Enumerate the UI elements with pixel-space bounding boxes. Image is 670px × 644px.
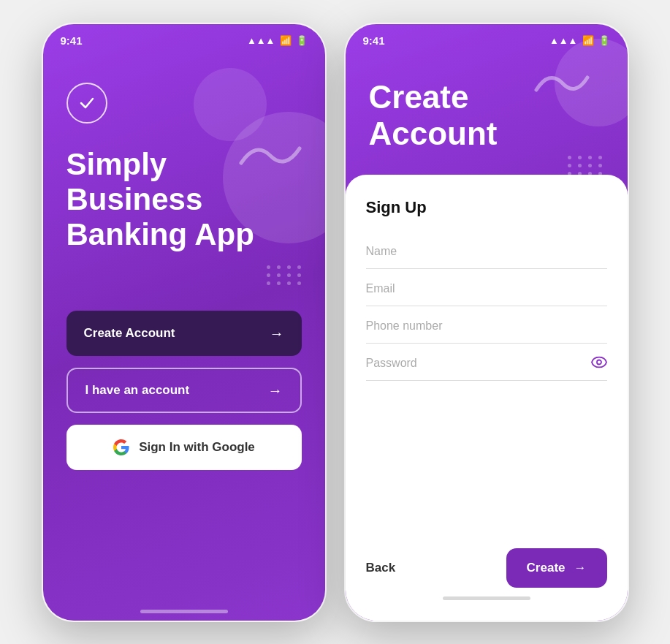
check-icon bbox=[77, 93, 97, 113]
deco-dots-header bbox=[568, 156, 604, 175]
google-signin-label: Sign In with Google bbox=[139, 440, 255, 455]
signal-icon: ▲▲▲ bbox=[247, 35, 275, 46]
name-field bbox=[366, 235, 607, 269]
wifi-icon: 📶 bbox=[280, 35, 292, 46]
signup-form-card: Sign Up Back bbox=[346, 175, 628, 621]
password-field bbox=[366, 346, 607, 381]
home-indicator-2 bbox=[443, 596, 530, 600]
password-input[interactable] bbox=[366, 346, 607, 381]
svg-point-0 bbox=[597, 360, 601, 365]
have-account-arrow-icon: → bbox=[268, 382, 283, 399]
create-account-label: Create Account bbox=[84, 326, 175, 341]
have-account-button[interactable]: I have an account → bbox=[66, 368, 302, 413]
deco-circle-small bbox=[194, 68, 267, 141]
signup-label: Sign Up bbox=[366, 198, 607, 217]
create-arrow-icon: → bbox=[574, 561, 587, 575]
name-input[interactable] bbox=[366, 235, 607, 269]
check-icon-circle bbox=[66, 83, 107, 124]
deco-dots-right bbox=[267, 265, 303, 285]
status-bar: 9:41 ▲▲▲ 📶 🔋 bbox=[43, 24, 325, 47]
email-field bbox=[366, 272, 607, 306]
phone-field bbox=[366, 309, 607, 344]
signal-icon-2: ▲▲▲ bbox=[549, 35, 578, 46]
status-icons-2: ▲▲▲ 📶 🔋 bbox=[549, 35, 610, 46]
create-title-line2: Account bbox=[369, 115, 498, 151]
create-button-label: Create bbox=[527, 561, 566, 575]
status-time: 9:41 bbox=[61, 34, 83, 47]
status-bar-2: 9:41 ▲▲▲ 📶 🔋 bbox=[346, 24, 628, 47]
welcome-screen: 9:41 ▲▲▲ 📶 🔋 Simply Busine bbox=[42, 23, 327, 622]
wifi-icon-2: 📶 bbox=[582, 35, 594, 46]
status-icons: ▲▲▲ 📶 🔋 bbox=[247, 35, 308, 46]
form-actions: Back Create → bbox=[366, 531, 607, 588]
deco-wave-header bbox=[533, 64, 591, 105]
battery-icon: 🔋 bbox=[296, 35, 308, 46]
email-input[interactable] bbox=[366, 272, 607, 306]
status-time-2: 9:41 bbox=[363, 34, 385, 47]
create-title-line1: Create bbox=[369, 79, 469, 115]
create-account-arrow-icon: → bbox=[270, 325, 284, 342]
phone-input[interactable] bbox=[366, 309, 607, 344]
google-g-icon bbox=[113, 439, 130, 456]
create-button[interactable]: Create → bbox=[506, 548, 607, 588]
create-account-button[interactable]: Create Account → bbox=[66, 311, 302, 356]
google-signin-button[interactable]: Sign In with Google bbox=[66, 425, 302, 470]
battery-icon-2: 🔋 bbox=[598, 35, 610, 46]
eye-toggle-icon[interactable] bbox=[591, 355, 607, 372]
have-account-label: I have an account bbox=[85, 383, 190, 398]
back-button[interactable]: Back bbox=[366, 561, 396, 575]
home-indicator bbox=[140, 610, 228, 613]
create-account-screen: 9:41 ▲▲▲ 📶 🔋 Create Account bbox=[344, 23, 629, 622]
deco-wave-top bbox=[237, 134, 303, 178]
